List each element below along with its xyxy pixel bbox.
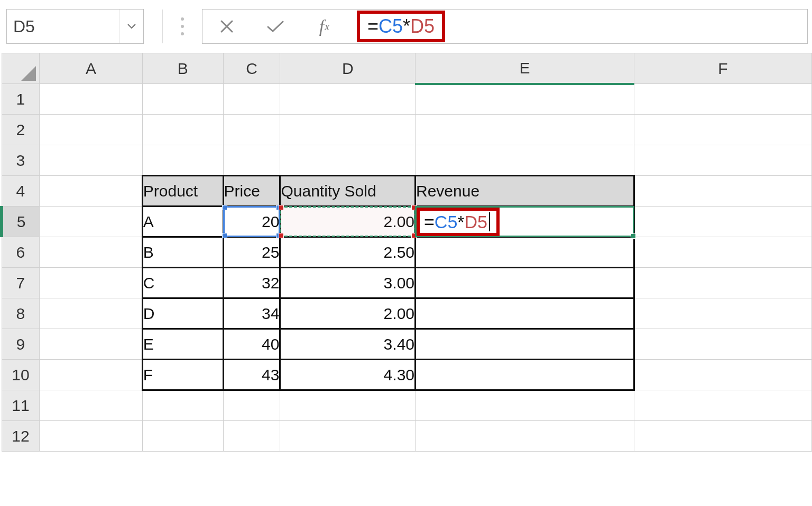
row-header-11[interactable]: 11: [2, 390, 40, 421]
text-caret-icon: [489, 212, 490, 231]
cell[interactable]: [40, 207, 142, 237]
cell[interactable]: [142, 115, 223, 145]
cell[interactable]: [40, 360, 142, 390]
cell[interactable]: [280, 84, 416, 115]
col-header-A[interactable]: A: [40, 53, 142, 84]
col-header-C[interactable]: C: [223, 53, 280, 84]
cell-D7[interactable]: 3.00: [280, 268, 416, 298]
spreadsheet-grid[interactable]: A B C D E F 1 2 3 4 Product Price Quanti…: [0, 53, 812, 452]
cell-B8[interactable]: D: [142, 298, 223, 329]
cell-B7[interactable]: C: [142, 268, 223, 298]
cell[interactable]: [416, 84, 634, 115]
cell[interactable]: [142, 84, 223, 115]
cell-B6[interactable]: B: [142, 237, 223, 268]
cell[interactable]: [142, 390, 223, 421]
row-header-4[interactable]: 4: [2, 176, 40, 207]
cell-E9[interactable]: [416, 329, 634, 360]
cell-C7[interactable]: 32: [223, 268, 280, 298]
cell[interactable]: [416, 390, 634, 421]
cell[interactable]: [40, 390, 142, 421]
cell-B5[interactable]: A: [142, 207, 223, 237]
cell-E7[interactable]: [416, 268, 634, 298]
table-header-product[interactable]: Product: [142, 176, 223, 207]
cell-D9[interactable]: 3.40: [280, 329, 416, 360]
cell-D8[interactable]: 2.00: [280, 298, 416, 329]
row-header-3[interactable]: 3: [2, 145, 40, 176]
cell[interactable]: [416, 145, 634, 176]
cell[interactable]: [634, 360, 812, 390]
cell[interactable]: [634, 115, 812, 145]
row-header-7[interactable]: 7: [2, 268, 40, 298]
name-box-dropdown-icon[interactable]: [119, 10, 143, 43]
cell-E10[interactable]: [416, 360, 634, 390]
row-header-1[interactable]: 1: [2, 84, 40, 115]
table-header-revenue[interactable]: Revenue: [416, 176, 634, 207]
cancel-button[interactable]: [202, 10, 251, 43]
col-header-E[interactable]: E: [416, 53, 634, 84]
cell-E8[interactable]: [416, 298, 634, 329]
cell-E5[interactable]: =C5*D5: [416, 207, 634, 237]
cell[interactable]: [223, 390, 280, 421]
table-header-price[interactable]: Price: [223, 176, 280, 207]
cell-B10[interactable]: F: [142, 360, 223, 390]
cell[interactable]: [280, 145, 416, 176]
cell[interactable]: [280, 421, 416, 452]
cell[interactable]: [40, 298, 142, 329]
name-box[interactable]: D5: [6, 9, 144, 44]
row-header-2[interactable]: 2: [2, 115, 40, 145]
cell[interactable]: [634, 421, 812, 452]
cell-D5[interactable]: 2.00: [280, 207, 416, 237]
row-header-12[interactable]: 12: [2, 421, 40, 452]
cell[interactable]: [40, 176, 142, 207]
cell-D6[interactable]: 2.50: [280, 237, 416, 268]
cell[interactable]: [634, 176, 812, 207]
cell[interactable]: [634, 298, 812, 329]
cell-C9[interactable]: 40: [223, 329, 280, 360]
row-header-8[interactable]: 8: [2, 298, 40, 329]
row-header-6[interactable]: 6: [2, 237, 40, 268]
cell[interactable]: [223, 421, 280, 452]
col-header-D[interactable]: D: [280, 53, 416, 84]
formula-input[interactable]: =C5*D5: [348, 11, 807, 42]
cell[interactable]: [634, 390, 812, 421]
table-header-qty[interactable]: Quantity Sold: [280, 176, 416, 207]
enter-button[interactable]: [251, 10, 300, 43]
cell-C5[interactable]: 20: [223, 207, 280, 237]
cell[interactable]: [280, 390, 416, 421]
col-header-F[interactable]: F: [634, 53, 812, 84]
row-header-5[interactable]: 5: [2, 207, 40, 237]
cell-B9[interactable]: E: [142, 329, 223, 360]
formula-dref: D5: [410, 15, 435, 37]
cell[interactable]: [40, 268, 142, 298]
select-all-button[interactable]: [2, 53, 40, 84]
col-header-B[interactable]: B: [142, 53, 223, 84]
row-header-10[interactable]: 10: [2, 360, 40, 390]
insert-function-button[interactable]: fx: [300, 10, 348, 43]
cell[interactable]: [40, 421, 142, 452]
cell[interactable]: [634, 84, 812, 115]
cell-E6[interactable]: [416, 237, 634, 268]
cell-C8[interactable]: 34: [223, 298, 280, 329]
cell[interactable]: [280, 115, 416, 145]
cell[interactable]: [142, 421, 223, 452]
cell[interactable]: [634, 145, 812, 176]
cell[interactable]: [634, 268, 812, 298]
cell[interactable]: [40, 115, 142, 145]
cell-D10[interactable]: 4.30: [280, 360, 416, 390]
cell[interactable]: [634, 329, 812, 360]
cell[interactable]: [634, 207, 812, 237]
cell[interactable]: [223, 145, 280, 176]
cell[interactable]: [40, 329, 142, 360]
cell[interactable]: [223, 84, 280, 115]
row-header-9[interactable]: 9: [2, 329, 40, 360]
cell-C10[interactable]: 43: [223, 360, 280, 390]
cell[interactable]: [416, 421, 634, 452]
cell[interactable]: [634, 237, 812, 268]
cell-C6[interactable]: 25: [223, 237, 280, 268]
cell[interactable]: [40, 145, 142, 176]
cell[interactable]: [142, 145, 223, 176]
cell[interactable]: [40, 237, 142, 268]
cell[interactable]: [40, 84, 142, 115]
cell[interactable]: [416, 115, 634, 145]
cell[interactable]: [223, 115, 280, 145]
